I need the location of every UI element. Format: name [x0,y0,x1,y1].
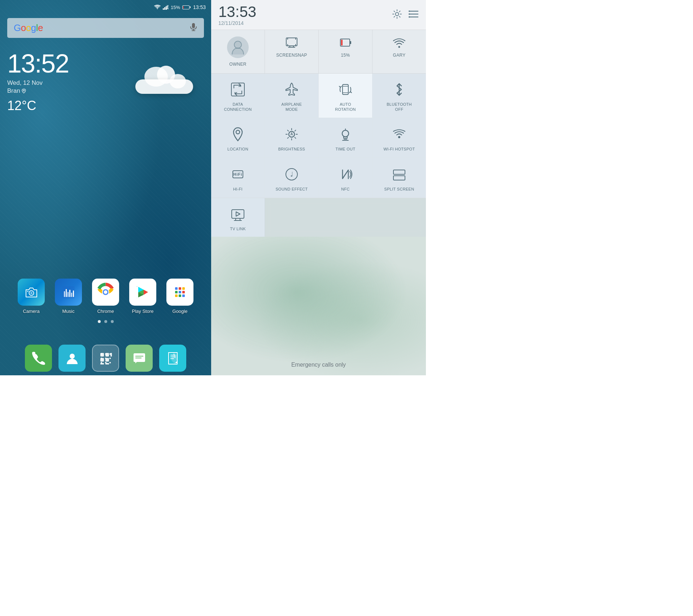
svg-point-45 [105,353,106,355]
svg-rect-30 [175,291,178,293]
svg-point-10 [30,292,32,294]
app-playstore[interactable]: Play Store [129,279,156,314]
qs-wifi-cell[interactable]: GARY [372,30,426,73]
tile-brightness[interactable]: A BRIGHTNESS [265,118,318,158]
page-dot-3[interactable] [111,320,114,323]
sound-effect-icon: ♩ [283,166,300,183]
weather-cloud [135,72,200,105]
tile-timeout[interactable]: TIME OUT [319,118,372,158]
qs-blur-area: Emergency calls only [211,237,426,375]
svg-text:A: A [290,132,293,136]
tile-data-connection[interactable]: DATACONNECTION [211,74,265,118]
app-music[interactable]: Music [55,279,82,314]
timeout-label: TIME OUT [336,147,356,152]
svg-point-48 [105,358,106,359]
chrome-icon-img [92,279,119,306]
qs-header-icons [392,9,419,21]
battery-percent: 15% [171,5,180,10]
music-icon-img [55,279,82,306]
weather-widget: 13:52 Wed, 12 Nov Bran 12°C [7,51,69,113]
home-clock: 13:52 [7,51,69,77]
signal-icon [163,5,169,10]
tile-auto-rotation[interactable]: AUTOROTATION [319,74,372,118]
svg-text:HiFi: HiFi [234,172,243,176]
qs-owner-cell[interactable]: OWNER [211,30,265,73]
tile-wifi-hotspot[interactable]: WI-FI HOTSPOT [372,118,426,158]
svg-point-61 [409,13,410,15]
nfc-icon [337,166,354,183]
svg-point-44 [101,353,102,355]
svg-point-51 [105,362,106,363]
tile-bluetooth[interactable]: BLUETOOTHOFF [372,74,426,118]
google-logo: Google [14,22,43,34]
svg-rect-37 [100,353,104,357]
sound-effect-label: SOUND EFFECT [275,187,308,192]
svg-rect-98 [232,210,244,218]
camera-label: Camera [23,309,39,314]
svg-rect-96 [393,170,405,174]
location-pin-icon [22,88,26,93]
owner-label: OWNER [229,62,247,67]
dock-phone[interactable] [25,345,52,372]
svg-rect-11 [27,291,29,292]
settings-icon[interactable] [392,9,402,21]
qs-screensnap-cell[interactable]: SCREENSNAP [265,30,319,73]
tile-airplane-mode[interactable]: AIRPLANEMODE [265,74,318,118]
tile-sound-effect[interactable]: ♩ SOUND EFFECT [265,158,318,198]
music-label: Music [62,309,75,314]
svg-rect-14 [66,289,67,297]
timeout-icon [337,126,354,143]
dock-contacts[interactable] [58,345,86,372]
svg-rect-34 [179,294,181,297]
tv-link-label: TV LINK [230,226,246,231]
page-dot-1[interactable] [98,320,101,323]
svg-line-84 [295,130,296,131]
data-connection-label: DATACONNECTION [224,102,252,112]
svg-rect-1 [164,7,165,10]
dock-all-apps[interactable] [92,345,119,372]
svg-point-8 [23,90,25,91]
search-bar[interactable]: Google [7,18,204,38]
menu-icon[interactable] [409,10,419,20]
qs-battery-icon [338,35,353,50]
svg-point-49 [109,358,111,359]
svg-rect-69 [350,41,351,44]
bluetooth-label: BLUETOOTHOFF [387,102,412,112]
dock-notes[interactable] [159,345,186,372]
qs-date: 12/11/2014 [218,20,256,26]
app-chrome[interactable]: Chrome [92,279,119,314]
mic-icon[interactable] [189,23,197,34]
app-camera[interactable]: Camera [18,279,45,314]
airplane-mode-label: AIRPLANEMODE [282,102,302,112]
svg-rect-35 [182,294,185,297]
quick-settings-panel: 13:53 12/11/2014 [211,0,426,375]
tv-link-icon [229,205,247,223]
svg-point-62 [409,16,410,18]
tile-location[interactable]: LOCATION [211,118,265,158]
app-dock: Camera Music [0,279,211,314]
qs-battery-cell[interactable]: 15% [319,30,372,73]
playstore-label: Play Store [132,309,154,314]
tile-tv-link[interactable]: TV LINK [211,198,265,237]
qs-time: 13:53 [218,4,256,19]
screensnap-label: SCREENSNAP [276,53,307,58]
dock-messages[interactable] [126,345,153,372]
owner-avatar [227,36,249,58]
svg-rect-97 [393,176,405,180]
status-time: 13:53 [193,4,206,10]
qs-header: 13:53 12/11/2014 [211,0,426,30]
tile-split-screen[interactable]: SPLIT SCREEN [372,158,426,198]
split-screen-icon [391,166,408,183]
tile-nfc[interactable]: NFC [319,158,372,198]
svg-rect-16 [69,290,70,297]
battery-percent-label: 15% [341,53,350,58]
svg-line-85 [288,137,289,139]
tile-hifi[interactable]: HiFi HI-FI [211,158,265,198]
svg-rect-5 [192,23,195,28]
home-date: Wed, 12 Nov [7,79,69,87]
svg-rect-29 [182,287,185,290]
app-google[interactable]: Google [166,279,193,314]
playstore-icon-img [129,279,156,306]
airplane-icon [283,81,300,98]
page-dot-2[interactable] [104,320,107,323]
